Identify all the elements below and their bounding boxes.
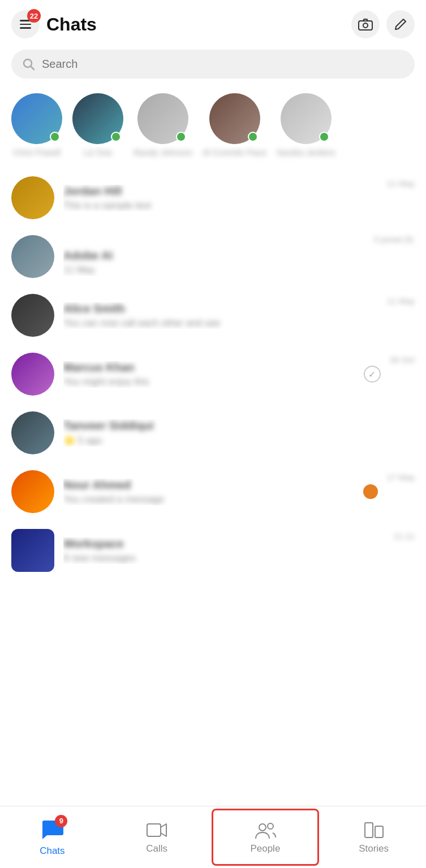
chat-message: 11 May (63, 264, 415, 276)
search-container (0, 44, 426, 88)
chat-message: You can now call each other and see (63, 318, 378, 329)
online-indicator (111, 132, 121, 142)
chat-item[interactable]: Nour Ahmed You created a message 17 May (6, 462, 420, 521)
chat-name: Adobe AI (63, 249, 415, 262)
svg-point-6 (268, 823, 273, 829)
story-item[interactable]: Randy Johnson (134, 93, 192, 157)
chat-item[interactable]: 5 joined (5) Adobe AI 11 May (6, 227, 420, 286)
story-name: Liz Doe (84, 147, 113, 157)
chat-badge: ✓ (364, 366, 381, 383)
nav-label-calls: Calls (146, 843, 167, 854)
chat-name: Nour Ahmed (63, 479, 350, 492)
chats-badge: 9 (55, 815, 67, 827)
chat-avatar (11, 294, 54, 337)
check-circle-icon: ✓ (364, 366, 381, 383)
chat-avatar (11, 529, 54, 572)
chat-time: 11 May (387, 294, 415, 306)
chat-item[interactable]: Alice Smith You can now call each other … (6, 286, 420, 345)
svg-rect-8 (375, 826, 383, 837)
chat-avatar (11, 235, 54, 278)
svg-point-5 (259, 824, 266, 831)
chat-info: Marcus Khan You might enjoy this (63, 361, 350, 388)
chat-time: 30 Oct (390, 353, 415, 364)
header-left: 22 Chats (11, 10, 351, 38)
story-avatar-wrapper (72, 93, 123, 144)
stories-row: Chris Powell Liz Doe Randy Johnson Al Co… (0, 88, 426, 168)
svg-rect-0 (359, 21, 372, 30)
svg-line-3 (31, 66, 35, 70)
nav-label-people: People (250, 843, 280, 854)
nav-item-stories[interactable]: Stories (321, 806, 426, 868)
online-indicator (176, 132, 186, 142)
chat-name: Jordan Hill (63, 185, 378, 198)
chat-item[interactable]: Tanveer Siddiqui 🌟 5 ago (6, 403, 420, 462)
chat-info: 5 joined (5) Adobe AI 11 May (63, 238, 415, 276)
chat-info: Alice Smith You can now call each other … (63, 302, 378, 329)
chat-message: You created a message (63, 494, 350, 505)
nav-item-people[interactable]: People (212, 809, 320, 866)
page-title: Chats (46, 14, 97, 35)
chat-message: You might enjoy this (63, 376, 350, 388)
chat-info: Jordan Hill This is a sample text (63, 185, 378, 211)
edit-icon (394, 18, 407, 31)
chats-icon-wrapper: 9 (40, 818, 64, 842)
chat-time: 11:11 (393, 529, 415, 541)
unread-badge (363, 484, 378, 499)
chat-name: Alice Smith (63, 302, 378, 315)
svg-rect-7 (365, 823, 373, 837)
svg-rect-4 (147, 824, 161, 836)
svg-point-1 (363, 23, 368, 28)
story-item[interactable]: Sandra Jenkins (277, 93, 335, 157)
header-actions (351, 10, 415, 38)
chat-message: 🌟 5 ago (63, 435, 415, 446)
chat-message: 9 new messages (63, 553, 384, 564)
camera-icon (358, 18, 373, 31)
people-icon (255, 821, 276, 840)
orange-dot (363, 484, 378, 499)
chat-item[interactable]: Workspace 9 new messages 11:11 (6, 521, 420, 580)
chat-item[interactable]: Jordan Hill This is a sample text 11 May (6, 168, 420, 227)
camera-button[interactable] (351, 10, 380, 38)
story-name: Randy Johnson (134, 147, 192, 157)
chat-avatar (11, 411, 54, 454)
story-avatar-wrapper (137, 93, 188, 144)
stories-icon (364, 821, 384, 840)
search-bar[interactable] (11, 50, 415, 79)
chat-info: Workspace 9 new messages (63, 537, 384, 564)
calls-icon (146, 821, 167, 840)
chat-time: 17 May (387, 470, 415, 482)
story-avatar-wrapper (281, 93, 332, 144)
chat-name: Marcus Khan (63, 361, 350, 374)
nav-item-chats[interactable]: 9 Chats (0, 806, 105, 868)
search-icon (23, 58, 35, 71)
chat-message: This is a sample text (63, 200, 378, 211)
chat-name: Tanveer Siddiqui (63, 419, 415, 432)
bottom-nav: 9 Chats Calls People Stories (0, 806, 426, 868)
story-name: Chris Powell (13, 147, 60, 157)
nav-label-chats: Chats (40, 845, 64, 857)
story-item[interactable]: Liz Doe (72, 93, 123, 157)
notification-badge: 22 (27, 9, 41, 23)
story-avatar-wrapper (11, 93, 62, 144)
story-name: Al Corentin Pace (203, 147, 266, 157)
story-item[interactable]: Chris Powell (11, 93, 62, 157)
nav-label-stories: Stories (359, 843, 389, 854)
story-avatar-wrapper (209, 93, 260, 144)
chat-avatar (11, 470, 54, 513)
header: 22 Chats (0, 0, 426, 44)
story-item[interactable]: Al Corentin Pace (203, 93, 266, 157)
online-indicator (248, 132, 258, 142)
chat-item[interactable]: Marcus Khan You might enjoy this ✓ 30 Oc… (6, 345, 420, 403)
menu-button[interactable]: 22 (11, 10, 40, 38)
chat-avatar (11, 176, 54, 219)
chat-info: Tanveer Siddiqui 🌟 5 ago (63, 419, 415, 446)
compose-button[interactable] (386, 10, 415, 38)
chat-extra-label: 5 joined (5) (374, 238, 414, 245)
nav-item-calls[interactable]: Calls (105, 806, 209, 868)
chat-list: Jordan Hill This is a sample text 11 May… (0, 168, 426, 580)
chat-time: 11 May (387, 176, 415, 188)
story-name: Sandra Jenkins (277, 147, 335, 157)
online-indicator (50, 132, 60, 142)
online-indicator (319, 132, 329, 142)
search-input[interactable] (42, 58, 403, 71)
